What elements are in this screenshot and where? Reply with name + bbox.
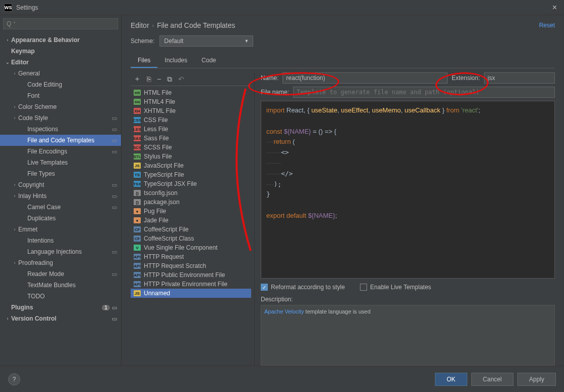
template-item[interactable]: CSSCSS File — [131, 115, 251, 125]
filename-label: File name: — [261, 89, 289, 96]
content-panel: Editor › File and Code Templates Reset S… — [122, 15, 564, 366]
scope-icon: ▭ — [112, 204, 117, 211]
template-item[interactable]: APIHTTP Request Scratch — [131, 261, 251, 270]
sidebar-item[interactable]: Font — [0, 90, 121, 101]
sidebar-item[interactable]: TextMate Bundles — [0, 280, 121, 291]
template-item[interactable]: VVue Single File Component — [131, 243, 251, 252]
help-button[interactable]: ? — [8, 373, 20, 385]
code-editor[interactable]: import React, { useState, useEffect, use… — [261, 101, 555, 279]
template-item[interactable]: TSXTypeScript JSX File — [131, 179, 251, 188]
add-icon[interactable]: ＋ — [134, 74, 141, 84]
search-icon: Q — [7, 20, 11, 27]
sidebar-item[interactable]: Keymap — [0, 46, 121, 57]
description-label: Description: — [261, 296, 555, 303]
chevron-icon: › — [11, 115, 18, 121]
sidebar-item[interactable]: ›Inlay Hints▭ — [0, 190, 121, 202]
template-item[interactable]: XHXHTML File — [131, 106, 251, 115]
sidebar-item[interactable]: Language Injections▭ — [0, 246, 121, 257]
sidebar-item-label: File and Code Templates — [27, 137, 110, 144]
sidebar-item[interactable]: ›Color Scheme — [0, 101, 121, 112]
scheme-value: Default — [164, 37, 183, 45]
live-templates-label: Enable Live Templates — [370, 284, 431, 291]
badge: 1 — [102, 305, 110, 310]
tab[interactable]: Code — [194, 54, 223, 68]
file-icon: API — [134, 272, 141, 278]
template-item[interactable]: JSUnnamed — [131, 289, 251, 298]
scope-icon: ▭ — [112, 271, 117, 278]
sidebar-item[interactable]: ›General — [0, 68, 121, 79]
sidebar-item-label: File Types — [27, 170, 117, 177]
template-item[interactable]: {}package.json — [131, 198, 251, 207]
template-item[interactable]: H5HTML File — [131, 88, 251, 97]
sidebar-item[interactable]: ›Appearance & Behavior — [0, 34, 121, 46]
undo-icon[interactable]: ↶ — [178, 75, 184, 83]
breadcrumb-parent[interactable]: Editor — [131, 21, 149, 29]
copy-icon[interactable]: ⧉ — [167, 75, 172, 84]
template-item[interactable]: JSJavaScript File — [131, 161, 251, 170]
close-icon[interactable]: × — [549, 2, 560, 13]
sidebar-item[interactable]: Plugins1▭ — [0, 302, 121, 313]
sidebar-item[interactable]: File Encodings▭ — [0, 146, 121, 157]
live-templates-checkbox[interactable]: Enable Live Templates — [360, 284, 431, 291]
editor-panel: Name: Extension: File name: import React… — [255, 72, 555, 366]
file-icon: API — [134, 254, 141, 260]
sidebar-item[interactable]: ›Emmet — [0, 224, 121, 235]
template-item[interactable]: LESLess File — [131, 125, 251, 134]
extension-input[interactable] — [484, 72, 555, 84]
chevron-icon: › — [4, 316, 11, 321]
sidebar-item[interactable]: File and Code Templates▭ — [0, 135, 121, 146]
reformat-checkbox[interactable]: ✓ Reformat according to style — [261, 284, 345, 291]
sidebar-item-label: Version Control — [11, 315, 110, 322]
sidebar-item[interactable]: Intentions — [0, 235, 121, 246]
sidebar-item[interactable]: ›Version Control▭ — [0, 313, 121, 324]
sidebar-item[interactable]: Duplicates — [0, 213, 121, 224]
scheme-select[interactable]: Default ▼ — [159, 35, 253, 47]
template-item[interactable]: ●Jade File — [131, 216, 251, 225]
ok-button[interactable]: OK — [435, 373, 467, 386]
template-item[interactable]: CFCoffeeScript File — [131, 225, 251, 234]
sidebar-item[interactable]: File Types — [0, 168, 121, 179]
sidebar-item[interactable]: Code Editing — [0, 79, 121, 90]
remove-icon[interactable]: − — [157, 75, 161, 83]
template-label: Jade File — [144, 217, 169, 224]
template-label: CSS File — [144, 116, 168, 124]
tab[interactable]: Files — [131, 54, 157, 68]
template-item[interactable]: H4HTML4 File — [131, 97, 251, 106]
settings-sidebar: Q ˅ ›Appearance & BehaviorKeymap⌄Editor›… — [0, 15, 122, 366]
template-item[interactable]: TSTypeScript File — [131, 170, 251, 179]
template-label: tsconfig.json — [144, 189, 178, 197]
description-text: template language is used — [304, 308, 370, 315]
sidebar-item[interactable]: TODO — [0, 291, 121, 302]
velocity-link[interactable]: Apache Velocity — [264, 308, 304, 315]
chevron-icon: › — [4, 37, 11, 43]
template-item[interactable]: APIHTTP Private Environment File — [131, 280, 251, 289]
template-label: XHTML File — [144, 107, 176, 114]
name-input[interactable] — [283, 72, 448, 84]
template-item[interactable]: SCSSCSS File — [131, 143, 251, 152]
settings-tree: ›Appearance & BehaviorKeymap⌄Editor›Gene… — [0, 32, 121, 366]
template-item[interactable]: CFCoffeeScript Class — [131, 234, 251, 243]
template-item[interactable]: {}tsconfig.json — [131, 188, 251, 198]
template-item[interactable]: SASSass File — [131, 134, 251, 143]
apply-button[interactable]: Apply — [517, 373, 556, 386]
sidebar-item[interactable]: ›Copyright▭ — [0, 179, 121, 190]
sidebar-item[interactable]: ⌄Editor — [0, 57, 121, 68]
template-item[interactable]: APIHTTP Public Environment File — [131, 270, 251, 280]
search-input[interactable]: Q ˅ — [3, 18, 118, 29]
template-item[interactable]: STLStylus File — [131, 152, 251, 161]
cancel-button[interactable]: Cancel — [471, 373, 513, 386]
filename-input[interactable] — [293, 87, 555, 98]
scope-icon: ▭ — [112, 316, 117, 322]
create-from-icon[interactable]: ⎘ — [147, 75, 151, 83]
reset-link[interactable]: Reset — [539, 22, 555, 29]
template-item[interactable]: APIHTTP Request — [131, 252, 251, 261]
sidebar-item[interactable]: Inspections▭ — [0, 124, 121, 135]
tab[interactable]: Includes — [157, 54, 194, 68]
template-item[interactable]: ●Pug File — [131, 207, 251, 216]
sidebar-item[interactable]: Live Templates — [0, 157, 121, 168]
sidebar-item-label: Code Editing — [27, 81, 117, 88]
sidebar-item[interactable]: ›Code Style▭ — [0, 112, 121, 124]
sidebar-item[interactable]: Camel Case▭ — [0, 202, 121, 213]
sidebar-item[interactable]: Reader Mode▭ — [0, 268, 121, 280]
sidebar-item[interactable]: ›Proofreading — [0, 257, 121, 268]
